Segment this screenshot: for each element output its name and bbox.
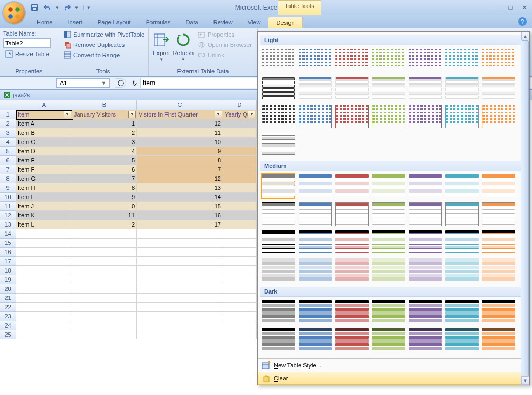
table-style-thumb[interactable] [261,132,295,158]
cell[interactable] [223,138,257,147]
cell[interactable] [72,275,137,284]
row-header-10[interactable]: 10 [0,193,16,202]
table-style-thumb[interactable] [444,257,479,283]
table-style-thumb[interactable] [444,104,479,130]
col-header-C[interactable]: C [137,100,223,110]
cell[interactable] [223,294,257,303]
table-style-thumb[interactable] [444,201,479,227]
cell[interactable] [223,266,257,275]
cell[interactable] [223,275,257,284]
table-style-thumb[interactable] [298,76,332,101]
cell[interactable]: Item G [16,174,72,183]
cell[interactable] [137,275,223,284]
table-style-thumb[interactable] [261,229,295,255]
cell[interactable] [223,202,257,211]
cell[interactable] [16,330,72,339]
cell[interactable] [16,294,72,303]
cell[interactable]: 12 [137,119,223,128]
row-header-23[interactable]: 23 [0,312,16,321]
cell[interactable] [16,257,72,266]
table-style-thumb[interactable] [481,299,515,325]
row-header-22[interactable]: 22 [0,303,16,312]
col-header-D[interactable]: D [223,100,257,110]
table-style-thumb[interactable] [261,173,295,199]
redo-button[interactable] [61,2,72,13]
row-header-1[interactable]: 1 [0,110,16,119]
cell[interactable]: 14 [137,193,223,202]
row-header-18[interactable]: 18 [0,266,16,275]
col-header-A[interactable]: A [16,100,72,110]
cell[interactable] [223,147,257,156]
cell[interactable] [137,321,223,330]
cell[interactable] [223,220,257,229]
table-style-thumb[interactable] [371,201,405,227]
cell[interactable] [72,321,137,330]
tab-review[interactable]: Review [206,17,240,28]
remove-duplicates-button[interactable]: Remove Duplicates [61,40,147,49]
cell[interactable]: 2 [72,128,137,138]
cell[interactable]: 7 [72,174,137,183]
cell[interactable] [223,303,257,312]
cell[interactable]: 6 [72,165,137,174]
table-style-thumb[interactable] [261,201,295,227]
cell[interactable]: 13 [137,183,223,193]
cell[interactable]: 9 [137,147,223,156]
cell[interactable] [72,229,137,239]
table-column-header[interactable]: Vistors in First Quarter▼ [137,110,223,119]
help-icon[interactable]: ? [518,17,527,26]
cell[interactable]: 9 [72,193,137,202]
cell[interactable]: Item A [16,119,72,128]
row-header-6[interactable]: 6 [0,156,16,165]
cell[interactable] [72,294,137,303]
cell[interactable] [72,239,137,248]
undo-button[interactable] [42,2,53,13]
select-all-corner[interactable] [0,100,16,110]
table-style-thumb[interactable] [444,327,479,353]
table-style-thumb[interactable] [444,173,479,199]
row-header-3[interactable]: 3 [0,128,16,138]
cell[interactable] [223,312,257,321]
table-style-thumb[interactable] [371,257,405,283]
tab-design[interactable]: Design [268,17,302,28]
table-style-thumb[interactable] [481,327,515,353]
table-style-thumb[interactable] [371,76,405,101]
table-style-thumb[interactable] [334,104,369,130]
summarize-pivot-button[interactable]: Summarize with PivotTable [61,30,147,39]
cell[interactable]: 7 [137,165,223,174]
table-style-thumb[interactable] [334,299,369,325]
cell[interactable] [223,239,257,248]
cell[interactable]: 0 [72,202,137,211]
table-style-thumb[interactable] [481,257,515,283]
cell[interactable]: 12 [137,174,223,183]
table-style-thumb[interactable] [481,201,515,227]
table-style-thumb[interactable] [407,327,442,353]
filter-dropdown-icon[interactable]: ▼ [215,111,222,118]
table-style-thumb[interactable] [298,257,332,283]
tab-view[interactable]: View [240,17,268,28]
cell[interactable]: Item C [16,138,72,147]
table-column-header[interactable]: Yearly Qu▼ [223,110,257,119]
table-style-thumb[interactable] [334,76,369,101]
clear-style-button[interactable]: Clear [258,372,529,385]
row-header-8[interactable]: 8 [0,174,16,183]
close-button[interactable]: ✕ [520,4,529,11]
table-style-thumb[interactable] [261,104,295,130]
table-style-thumb[interactable] [407,201,442,227]
cell[interactable] [223,183,257,193]
table-style-thumb[interactable] [407,104,442,130]
table-style-thumb[interactable] [334,327,369,353]
fx-icon[interactable]: fx [133,79,137,87]
tab-page-layout[interactable]: Page Layout [90,17,139,28]
cell[interactable] [72,330,137,339]
expand-formula-icon[interactable]: ◯ [115,78,126,88]
table-style-thumb[interactable] [261,257,295,283]
name-box[interactable]: A1▼ [56,78,110,88]
cell[interactable] [137,330,223,339]
cell[interactable] [223,165,257,174]
cell[interactable]: Item E [16,156,72,165]
cell[interactable]: Item F [16,165,72,174]
table-style-thumb[interactable] [334,173,369,199]
table-style-thumb[interactable] [334,229,369,255]
new-table-style-button[interactable]: NNew Table Style...ew Table Style... [258,359,529,372]
cell[interactable]: 11 [137,128,223,138]
